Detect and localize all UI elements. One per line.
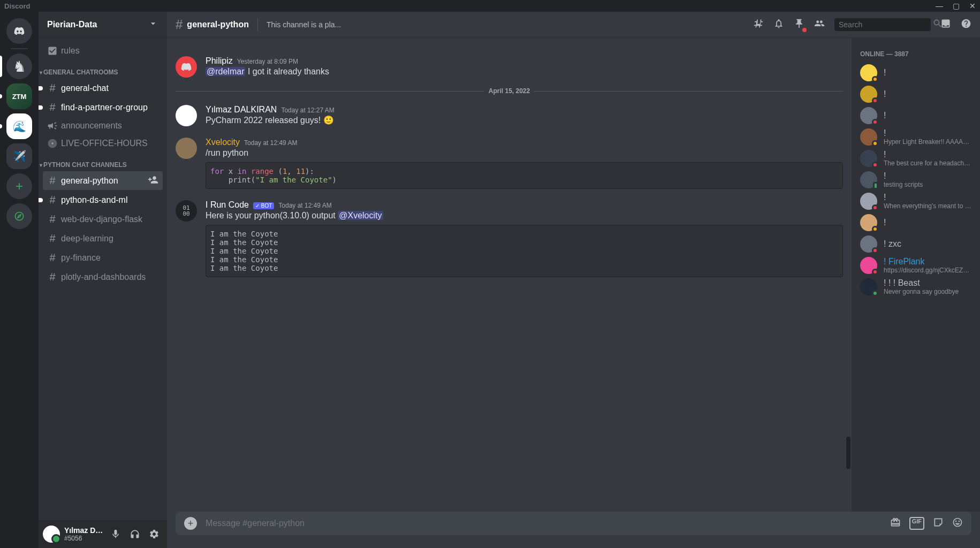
member-item[interactable]: ! <box>856 62 976 83</box>
server-item-4[interactable]: ✈️ <box>6 143 32 169</box>
message-input[interactable] <box>206 519 890 528</box>
channel-rules[interactable]: rules <box>43 42 163 59</box>
member-avatar <box>860 150 877 167</box>
help-button[interactable] <box>961 18 971 31</box>
member-item[interactable]: ! <box>856 212 976 233</box>
message-author[interactable]: Xvelocity <box>206 138 240 147</box>
channel-name: general-python <box>61 176 118 186</box>
channel-name: deep-learning <box>61 234 113 243</box>
channel-icon: # <box>47 232 58 245</box>
channel-LIVE-OFFICE-HOURS[interactable]: LIVE-OFFICE-HOURS <box>43 135 163 152</box>
channel-py-finance[interactable]: #py-finance <box>43 248 163 267</box>
channel-topic: This channel is a pla... <box>267 20 341 29</box>
channel-deep-learning[interactable]: #deep-learning <box>43 229 163 248</box>
member-activity: https://discord.gg/njCXkcEZqQ <box>884 267 971 274</box>
mute-button[interactable] <box>107 526 124 543</box>
message-author[interactable]: Yılmaz DALKIRAN <box>206 105 277 115</box>
status-indicator <box>872 226 878 232</box>
scrollbar-thumb[interactable] <box>846 437 850 469</box>
gift-button[interactable] <box>890 517 901 530</box>
mention[interactable]: @Xvelocity <box>338 211 383 220</box>
avatar[interactable] <box>176 56 197 78</box>
message-author[interactable]: Philipiz <box>206 56 233 66</box>
add-server-button[interactable]: + <box>6 173 32 199</box>
emoji-button[interactable] <box>952 517 963 530</box>
threads-button[interactable] <box>753 18 764 31</box>
search-bar[interactable] <box>834 18 931 31</box>
members-panel: ONLINE — 3887 !!!!Hyper Light Breaker!! … <box>852 37 980 512</box>
status-indicator <box>872 140 878 147</box>
main-content: # general-python This channel is a pla..… <box>167 12 980 548</box>
channel-icon <box>47 120 58 131</box>
inbox-button[interactable] <box>940 18 951 31</box>
minimize-button[interactable]: — <box>936 2 943 10</box>
member-item[interactable]: ! <box>856 105 976 126</box>
chat-input: + GIF <box>176 512 971 535</box>
server-name: Pierian-Data <box>47 20 97 29</box>
status-indicator <box>872 162 878 168</box>
user-panel: Yılmaz DAL... #5056 <box>39 520 167 548</box>
channel-name: general-chat <box>61 83 109 93</box>
member-avatar <box>860 278 877 295</box>
member-name: ! <box>884 193 971 202</box>
member-item[interactable]: ! ! ! BeastNever gonna say goodbye <box>856 276 976 298</box>
channel-category[interactable]: ▾ PYTHON CHAT CHANNELS <box>39 153 167 171</box>
message-timestamp: Yesterday at 8:09 PM <box>237 58 298 65</box>
search-input[interactable] <box>839 20 932 29</box>
message-text: PyCharm 2022 released guys! 🙂 <box>206 115 843 126</box>
explore-button[interactable] <box>6 203 32 229</box>
channel-name: web-dev-django-flask <box>61 215 142 224</box>
member-item[interactable]: !When everything's meant to b... <box>856 191 976 212</box>
settings-button[interactable] <box>146 526 163 543</box>
members-toggle-button[interactable] <box>814 18 825 31</box>
member-name: ! <box>884 128 971 138</box>
maximize-button[interactable]: ▢ <box>953 2 960 10</box>
message-text: /run python <box>206 147 843 159</box>
channel-category[interactable]: ▾ GENERAL CHATROOMS <box>39 60 167 78</box>
attach-button[interactable]: + <box>184 517 197 530</box>
channel-find-a-partner-or-group[interactable]: #find-a-partner-or-group <box>43 98 163 117</box>
channel-general-chat[interactable]: #general-chat <box>43 79 163 97</box>
gif-button[interactable]: GIF <box>909 517 924 530</box>
create-invite-icon[interactable] <box>148 174 158 187</box>
server-item-ztm[interactable]: ZTM <box>6 83 32 109</box>
server-header[interactable]: Pierian-Data <box>39 12 167 37</box>
member-avatar <box>860 214 877 231</box>
member-item[interactable]: ! zxc <box>856 233 976 255</box>
server-item-pierian[interactable]: ♞ <box>6 54 32 79</box>
channel-web-dev-django-flask[interactable]: #web-dev-django-flask <box>43 210 163 229</box>
message: PhilipizYesterday at 8:09 PM@rdelmar I g… <box>167 55 852 79</box>
rules-icon <box>47 45 58 56</box>
member-item[interactable]: !The best cure for a headache i... <box>856 148 976 169</box>
member-item[interactable]: ! <box>856 83 976 105</box>
server-item-3[interactable]: 🌊 <box>6 113 32 139</box>
member-name: ! <box>884 218 971 227</box>
pinned-button[interactable] <box>794 18 804 31</box>
close-button[interactable]: ✕ <box>969 2 976 10</box>
member-item[interactable]: !testing scripts <box>856 169 976 191</box>
home-button[interactable] <box>6 18 32 44</box>
avatar[interactable]: 01 00 <box>176 200 197 222</box>
message-timestamp: Today at 12:49 AM <box>244 139 297 147</box>
avatar[interactable] <box>176 105 197 126</box>
member-activity: Never gonna say goodbye <box>884 288 971 295</box>
user-avatar[interactable] <box>43 526 60 543</box>
mention[interactable]: @rdelmar <box>206 67 245 76</box>
status-indicator <box>872 290 878 296</box>
channel-icon: # <box>47 213 58 225</box>
avatar[interactable] <box>176 138 197 159</box>
sticker-button[interactable] <box>933 517 944 530</box>
message: XvelocityToday at 12:49 AM/run pythonfor… <box>167 136 852 190</box>
channel-python-ds-and-ml[interactable]: #python-ds-and-ml <box>43 191 163 209</box>
channel-announcements[interactable]: announcements <box>43 117 163 134</box>
member-item[interactable]: !Hyper Light Breaker!! AAAAH... <box>856 126 976 148</box>
status-indicator <box>872 247 878 254</box>
notifications-button[interactable] <box>773 18 784 31</box>
channel-plotly-and-dashboards[interactable]: #plotly-and-dashboards <box>43 268 163 286</box>
deafen-button[interactable] <box>126 526 143 543</box>
channel-general-python[interactable]: #general-python <box>43 171 163 190</box>
messages-container[interactable]: PhilipizYesterday at 8:09 PM@rdelmar I g… <box>167 37 852 512</box>
message-author[interactable]: I Run Code <box>206 200 249 210</box>
chevron-down-icon <box>148 18 158 31</box>
member-item[interactable]: ! FirePlankhttps://discord.gg/njCXkcEZqQ <box>856 255 976 276</box>
